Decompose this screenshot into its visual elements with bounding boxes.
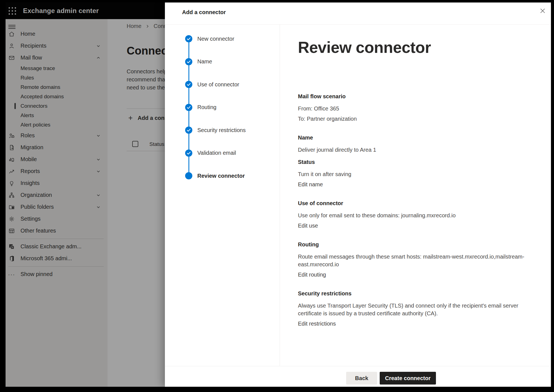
security-value-line1: Always use Transport Layer Security (TLS… [298,302,545,310]
review-heading: Review connector [298,38,545,57]
wizard-step-new-connector[interactable]: New connector [165,27,280,50]
wizard-steps-panel: New connector Name Use of connector [165,25,280,366]
section-title: Security restrictions [298,290,545,297]
use-value: Use only for email sent to these domains… [298,212,545,219]
step-status-icon [185,127,192,134]
section-security-restrictions: Security restrictions Always use Transpo… [298,290,545,327]
routing-value-line2: east.mxrecord.io [298,261,545,268]
wizard-step-routing[interactable]: Routing [165,96,280,119]
step-status-icon [185,35,192,42]
edit-restrictions-link[interactable]: Edit restrictions [298,320,336,327]
connector-name-value: Deliver journal directly to Area 1 [298,146,545,154]
edit-use-link[interactable]: Edit use [298,222,318,229]
step-status-icon [185,81,192,88]
modal-footer: Back Create connector [165,366,551,387]
section-title: Mail flow scenario [298,92,545,100]
edit-name-link[interactable]: Edit name [298,180,323,188]
status-value: Turn it on after saving [298,170,545,178]
step-status-icon [185,104,192,111]
back-button[interactable]: Back [346,372,377,385]
step-status-icon [185,149,192,157]
modal-title: Add a connector [182,9,226,16]
mail-flow-to: To: Partner organization [298,115,545,123]
app-window: Exchange admin center Home Recipients [6,2,551,387]
wizard-step-security-restrictions[interactable]: Security restrictions [165,119,280,142]
wizard-step-review-connector[interactable]: Review connector [165,164,280,187]
section-title: Use of connector [298,199,545,207]
create-connector-button[interactable]: Create connector [380,372,436,385]
wizard-step-use-of-connector[interactable]: Use of connector [165,73,280,96]
section-name: Name Deliver journal directly to Area 1 … [298,134,545,188]
status-title: Status [298,158,545,166]
section-title: Routing [298,241,545,248]
review-content: Review connector Mail flow scenario From… [298,2,545,366]
section-use-of-connector: Use of connector Use only for email sent… [298,199,545,229]
section-mail-flow-scenario: Mail flow scenario From: Office 365 To: … [298,92,545,123]
wizard-step-list: New connector Name Use of connector [165,27,280,187]
step-status-icon [185,172,192,179]
mail-flow-from: From: Office 365 [298,105,545,112]
wizard-step-validation-email[interactable]: Validation email [165,141,280,164]
section-title: Name [298,134,545,141]
wizard-step-name[interactable]: Name [165,50,280,73]
add-connector-modal: Add a connector New connector Name [165,2,551,387]
section-routing: Routing Route email messages through the… [298,241,545,278]
routing-value-line1: Route email messages through these smart… [298,253,545,261]
edit-routing-link[interactable]: Edit routing [298,271,326,278]
step-status-icon [185,58,192,65]
security-value-line2: certificate is issued by a trusted certi… [298,310,545,317]
